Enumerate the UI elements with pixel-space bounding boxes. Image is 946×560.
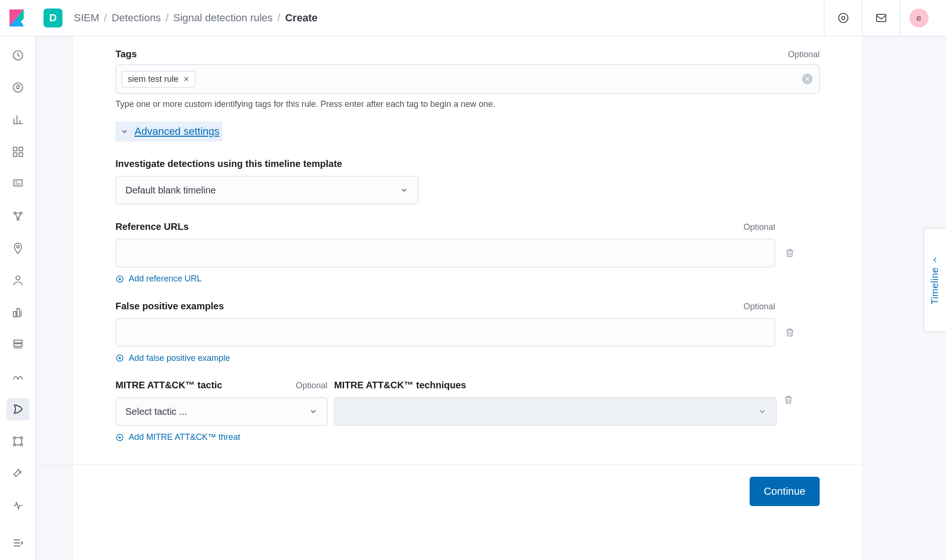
mail-button[interactable] <box>862 0 900 36</box>
add-false-positive-label: Add false positive example <box>129 353 230 363</box>
mitre-tactic-select[interactable]: Select tactic ... <box>115 397 327 426</box>
svg-rect-7 <box>13 147 17 151</box>
topbar: D SIEM / Detections / Signal detection r… <box>0 0 946 36</box>
trash-icon[interactable] <box>785 247 795 259</box>
continue-button[interactable]: Continue <box>750 477 820 506</box>
reference-url-input[interactable] <box>115 239 775 267</box>
add-mitre-threat-label: Add MITRE ATT&CK™ threat <box>129 432 240 442</box>
topbar-right: e <box>824 0 937 36</box>
add-reference-url-button[interactable]: Add reference URL <box>115 274 202 284</box>
svg-rect-8 <box>19 147 23 151</box>
svg-point-24 <box>20 444 22 446</box>
svg-rect-4 <box>876 14 886 21</box>
tags-helper: Type one or more custom identifying tags… <box>115 99 820 109</box>
reference-urls-label: Reference URLs <box>115 221 189 232</box>
tags-label: Tags <box>115 49 137 60</box>
page-background: Tags Optional siem test rule ✕ ✕ Type on… <box>36 36 946 560</box>
svg-point-6 <box>13 83 23 92</box>
svg-point-14 <box>17 218 18 220</box>
form-card: Tags Optional siem test rule ✕ ✕ Type on… <box>72 36 863 560</box>
timeline-flyout-tab[interactable]: Timeline <box>923 228 946 332</box>
nav-visualize-icon[interactable] <box>7 108 29 131</box>
nav-apm-icon[interactable] <box>7 366 29 388</box>
breadcrumb-rules[interactable]: Signal detection rules <box>173 12 273 24</box>
svg-point-3 <box>841 17 845 20</box>
svg-point-15 <box>17 245 19 248</box>
plus-circle-icon <box>115 433 124 442</box>
tags-input[interactable]: siem test rule ✕ ✕ <box>115 64 820 94</box>
trash-icon[interactable] <box>783 394 794 405</box>
svg-rect-18 <box>17 308 19 316</box>
nav-siem-icon[interactable] <box>7 398 29 420</box>
mitre-tactic-label: MITRE ATT&CK™ tactic <box>115 380 222 391</box>
mitre-tech-select[interactable] <box>334 397 777 426</box>
nav-devtools-icon[interactable] <box>7 462 29 485</box>
svg-point-2 <box>839 13 848 23</box>
newsfeed-button[interactable] <box>824 0 862 36</box>
svg-rect-10 <box>19 153 23 157</box>
avatar[interactable]: e <box>910 9 928 27</box>
svg-rect-11 <box>14 180 22 186</box>
nav-recent-icon[interactable] <box>7 44 29 67</box>
plus-circle-icon <box>115 275 124 283</box>
advanced-settings-toggle[interactable]: Advanced settings <box>115 122 222 141</box>
svg-rect-19 <box>14 340 22 342</box>
nav-dashboard-icon[interactable] <box>7 140 29 163</box>
add-mitre-threat-button[interactable]: Add MITRE ATT&CK™ threat <box>115 432 240 442</box>
false-positive-input[interactable] <box>115 318 775 347</box>
reference-urls-optional: Optional <box>743 222 775 232</box>
mitre-tactic-optional: Optional <box>296 381 327 391</box>
trash-icon[interactable] <box>785 327 795 338</box>
kibana-logo[interactable] <box>9 9 25 27</box>
mitre-tech-label: MITRE ATT&CK™ techniques <box>334 380 777 391</box>
svg-point-23 <box>13 444 15 446</box>
nav-discover-icon[interactable] <box>7 76 29 99</box>
false-positive-label: False positive examples <box>115 301 224 312</box>
clear-tags-icon[interactable]: ✕ <box>802 74 813 84</box>
breadcrumb: SIEM / Detections / Signal detection rul… <box>74 12 318 24</box>
user-menu[interactable]: e <box>900 0 937 36</box>
chevron-down-icon <box>120 127 129 136</box>
timeline-tab-label: Timeline <box>929 267 940 305</box>
nav-stack-icon[interactable] <box>7 430 29 453</box>
timeline-template-label: Investigate detections using this timeli… <box>115 158 820 169</box>
chevron-down-icon <box>400 186 408 194</box>
svg-point-22 <box>20 437 22 438</box>
nav-graph-icon[interactable] <box>7 205 29 228</box>
add-reference-url-label: Add reference URL <box>129 274 202 284</box>
svg-rect-17 <box>13 312 16 317</box>
chevron-down-icon <box>309 407 318 416</box>
chevron-down-icon <box>758 407 767 416</box>
breadcrumb-create: Create <box>285 12 317 24</box>
nav-expand-icon[interactable] <box>7 532 29 554</box>
add-false-positive-button[interactable]: Add false positive example <box>115 353 230 363</box>
false-positive-optional: Optional <box>743 302 775 312</box>
svg-rect-9 <box>13 153 17 157</box>
app-badge[interactable]: D <box>44 9 62 27</box>
advanced-settings-label: Advanced settings <box>134 125 220 138</box>
mitre-tactic-placeholder: Select tactic ... <box>125 406 187 417</box>
nav-metrics-icon[interactable] <box>7 301 29 324</box>
nav-monitoring-icon[interactable] <box>7 494 29 517</box>
nav-logs-icon[interactable] <box>7 333 29 356</box>
timeline-template-value: Default blank timeline <box>125 185 216 196</box>
nav-maps-icon[interactable] <box>7 237 29 260</box>
chevron-left-icon <box>931 256 939 263</box>
remove-tag-icon[interactable]: ✕ <box>183 75 189 84</box>
tag-chip-label: siem test rule <box>128 74 178 84</box>
nav-canvas-icon[interactable] <box>7 173 29 195</box>
svg-rect-20 <box>14 344 22 346</box>
breadcrumb-siem[interactable]: SIEM <box>74 12 99 24</box>
tags-optional: Optional <box>788 50 820 60</box>
breadcrumb-detections[interactable]: Detections <box>112 12 161 24</box>
tag-chip[interactable]: siem test rule ✕ <box>122 71 195 88</box>
svg-point-21 <box>13 437 15 438</box>
timeline-template-select[interactable]: Default blank timeline <box>115 176 418 204</box>
navrail <box>0 36 36 560</box>
plus-circle-icon <box>115 354 124 362</box>
nav-ml-icon[interactable] <box>7 269 29 292</box>
svg-point-16 <box>16 276 20 280</box>
